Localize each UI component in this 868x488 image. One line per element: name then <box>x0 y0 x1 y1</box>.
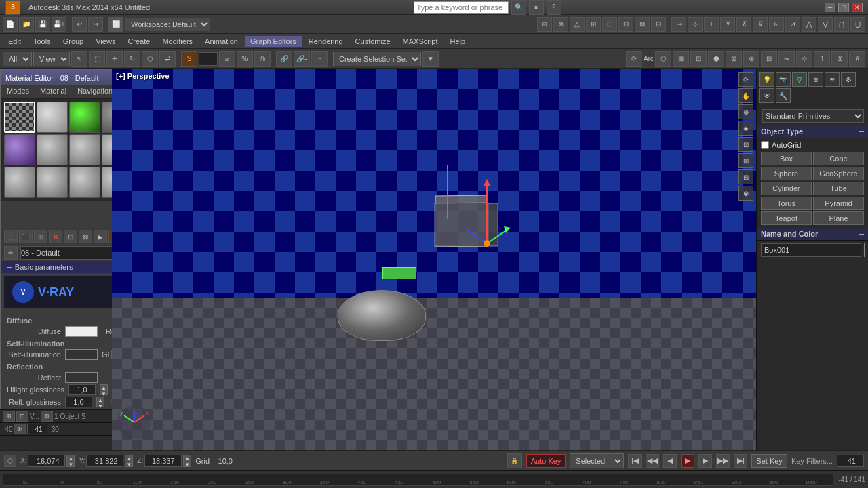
tb2-icon8[interactable]: ⊸ <box>778 51 795 67</box>
tb-icon20[interactable]: ⋃ <box>850 17 865 32</box>
center-viewport[interactable]: [+] Perspective ⟳ ✋ ⊕ ◈ ⊡ ⊞ ⊠ ⊗ x y z <box>112 69 756 450</box>
vp-nav-zoom[interactable]: ⊕ <box>738 104 753 119</box>
obj-type-section-header[interactable]: Object Type ─ <box>757 125 868 138</box>
obj-btn-tube[interactable]: Tube <box>813 182 864 195</box>
anim-next-key[interactable]: ▶| <box>734 454 747 468</box>
rp-icon-system[interactable]: ⚙ <box>841 72 856 87</box>
vp-nav-fieldofview[interactable]: ◈ <box>738 121 753 136</box>
status-icon1[interactable]: ⬡ <box>4 455 16 467</box>
basic-params-header[interactable]: ─ Basic parameters <box>1 261 112 273</box>
tb-icon9[interactable]: ⊸ <box>671 17 686 32</box>
help-btn[interactable]: ? <box>547 0 561 15</box>
menu-tools[interactable]: Tools <box>28 36 56 47</box>
rp-icon-display[interactable]: 👁 <box>760 88 774 103</box>
bl-btn1[interactable]: ⊞ <box>3 411 15 422</box>
mat-editor-title-bar[interactable]: Material Editor - 08 - Default ─ □ ✕ <box>1 70 112 85</box>
rotate-btn[interactable]: ↻ <box>124 51 140 67</box>
rp-icon-tools[interactable]: 🔧 <box>776 88 791 103</box>
select-btn[interactable]: ↖ <box>71 51 87 67</box>
gi-checkbox[interactable] <box>111 350 112 359</box>
mat-sphere-7[interactable] <box>4 134 35 165</box>
menu-edit[interactable]: Edit <box>3 36 26 47</box>
anim-prev-frame[interactable]: ◀◀ <box>646 454 659 468</box>
autogrid-checkbox[interactable] <box>761 141 769 149</box>
bind-space-warp-btn[interactable]: ~ <box>311 51 328 67</box>
z-spinner[interactable]: ▲▼ <box>183 455 191 467</box>
search-btn[interactable]: 🔍 <box>511 0 526 15</box>
mt-delete[interactable]: ✕ <box>49 230 62 243</box>
tb-icon14[interactable]: ⊽ <box>753 17 768 32</box>
menu-views[interactable]: Views <box>90 36 121 47</box>
auto-key-btn[interactable]: Auto Key <box>526 454 566 468</box>
timeline[interactable]: -50 0 50 100 150 200 250 300 350 400 450… <box>3 474 833 486</box>
obj-btn-pyramid[interactable]: Pyramid <box>813 197 864 210</box>
arc-rotate-btn[interactable]: ⟳ <box>626 51 642 67</box>
mat-sphere-10[interactable] <box>102 134 112 165</box>
move-btn[interactable]: ✛ <box>106 51 123 67</box>
view-dropdown[interactable]: View <box>33 52 70 66</box>
tb-icon10[interactable]: ⊹ <box>688 17 703 32</box>
tb2-icon9[interactable]: ⊹ <box>796 51 812 67</box>
key-filters-label[interactable]: Key Filters... <box>791 457 833 465</box>
vp-nav-pan[interactable]: ✋ <box>738 88 753 103</box>
selected-dropdown[interactable]: Selected <box>570 453 624 468</box>
vp-nav-zoom-region[interactable]: ⊡ <box>738 137 753 152</box>
search-input[interactable] <box>414 1 509 14</box>
menu-animation[interactable]: Animation <box>199 36 243 47</box>
maximize-btn[interactable]: □ <box>838 3 849 12</box>
mirror-btn[interactable]: ⇌ <box>159 51 176 67</box>
mat-sphere-13[interactable] <box>4 167 35 198</box>
tb-icon4[interactable]: ⊞ <box>586 17 601 32</box>
obj-btn-cone[interactable]: Cone <box>813 152 864 165</box>
tb-icon8[interactable]: ⊟ <box>651 17 666 32</box>
vp-nav-minmax[interactable]: ⊗ <box>738 186 753 201</box>
reflect-swatch[interactable] <box>65 372 98 383</box>
rp-icon-geo[interactable]: ▽ <box>792 72 807 87</box>
name-color-header[interactable]: Name and Color ─ <box>757 228 868 241</box>
tb-icon12[interactable]: ⊻ <box>720 17 735 32</box>
create-sel-btn[interactable]: ▼ <box>422 51 439 67</box>
self-illum-swatch[interactable] <box>65 349 98 360</box>
subdivs-value[interactable] <box>65 409 92 409</box>
snap-toggle[interactable]: S <box>181 51 197 67</box>
new-btn[interactable]: 📄 <box>3 17 18 32</box>
menu-maxscript[interactable]: MAXScript <box>397 36 443 47</box>
me-menu-navigation[interactable]: Navigation <box>72 85 112 98</box>
mt-put-material[interactable]: ⬛ <box>19 230 33 243</box>
mat-name-input[interactable] <box>20 246 112 260</box>
bl-btn4[interactable]: ⊗ <box>14 424 26 434</box>
tb2-icon7[interactable]: ⊟ <box>761 51 777 67</box>
obj-btn-sphere[interactable]: Sphere <box>761 167 812 180</box>
mat-sphere-15[interactable] <box>69 167 100 198</box>
percent-snap-btn[interactable]: % <box>237 51 253 67</box>
obj-btn-teapot[interactable]: Teapot <box>761 211 812 225</box>
tb-icon17[interactable]: ⋀ <box>802 17 816 32</box>
tb-icon13[interactable]: ⊼ <box>736 17 751 32</box>
tb-icon3[interactable]: △ <box>570 17 585 32</box>
redo-btn[interactable]: ↪ <box>88 17 103 32</box>
create-selection-dropdown[interactable]: Create Selection Se... <box>333 52 421 66</box>
rp-icon-helper[interactable]: ⊕ <box>808 72 823 87</box>
snap-value[interactable]: 2.5 <box>199 52 218 66</box>
open-btn[interactable]: 📁 <box>19 17 34 32</box>
menu-graph-editors[interactable]: Graph Editors <box>245 36 302 47</box>
tb-icon19[interactable]: ⋂ <box>834 17 849 32</box>
tb2-icon10[interactable]: ⊺ <box>814 51 830 67</box>
tb2-icon6[interactable]: ⊗ <box>743 51 760 67</box>
mat-sphere-16[interactable] <box>102 167 112 198</box>
tb-icon7[interactable]: ⊠ <box>635 17 650 32</box>
left-viewport[interactable]: [+] ective alistic ! X Y Z Material Edit… <box>0 69 112 409</box>
y-spinner[interactable]: ▲▼ <box>125 455 133 467</box>
refl-gloss-spinner[interactable]: ▲▼ <box>96 396 104 407</box>
mt-show-all[interactable]: ⊠ <box>79 230 92 243</box>
mat-sphere-8[interactable] <box>37 134 68 165</box>
y-value[interactable] <box>86 455 123 467</box>
menu-create[interactable]: Create <box>122 36 155 47</box>
mat-pencil-icon[interactable]: ✏ <box>4 246 18 260</box>
mat-sphere-14[interactable] <box>37 167 68 198</box>
tb2-icon3[interactable]: ⊡ <box>690 51 707 67</box>
mt-render[interactable]: ▶ <box>94 230 107 243</box>
mat-sphere-3[interactable] <box>69 102 100 133</box>
hilight-spinner[interactable]: ▲▼ <box>100 384 108 395</box>
tb2-icon4[interactable]: ⬢ <box>708 51 724 67</box>
